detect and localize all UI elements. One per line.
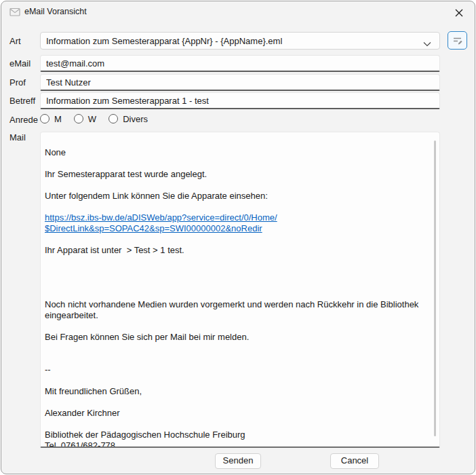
mail-body-line: Ihr Apparat ist unter > Test > 1 test.	[45, 245, 430, 256]
betreff-input[interactable]	[40, 92, 440, 109]
envelope-icon	[9, 7, 20, 17]
mail-body-link[interactable]: https://bsz.ibs-bw.de/aDISWeb/app?servic…	[45, 212, 430, 223]
titlebar: eMail Voransicht	[1, 1, 475, 23]
radio-icon	[74, 114, 83, 124]
mail-body-line	[45, 343, 430, 354]
art-combobox[interactable]: Information zum Semesterapparat {AppNr} …	[40, 32, 440, 50]
prof-label: Prof	[9, 77, 26, 88]
edit-template-button[interactable]	[448, 31, 467, 50]
mail-body-link[interactable]: $DirectLink&sp=SOPAC42&sp=SWI00000002&no…	[45, 223, 430, 234]
art-combobox-value: Information zum Semesterapparat {AppNr} …	[46, 36, 282, 46]
edit-note-icon	[452, 35, 463, 46]
mail-body-line: Mit freundlichen Grüßen,	[45, 386, 430, 397]
mail-body-line: Alexander Kirchner	[45, 408, 430, 419]
mail-body-line: Bibliothek der Pädagogischen Hochschule …	[45, 430, 430, 440]
prof-input[interactable]	[40, 74, 440, 91]
mail-body-line	[45, 234, 430, 245]
mail-body-line: Unter folgendem Link können Sie die Appa…	[45, 191, 430, 202]
radio-label: W	[88, 114, 96, 124]
mail-body-line	[45, 278, 430, 288]
mail-body-line: Tel. 0761/682-778	[45, 440, 430, 448]
radio-icon	[40, 114, 49, 124]
mail-body[interactable]: None Ihr Semesterapparat test wurde ange…	[40, 132, 440, 448]
anrede-label: Anrede	[9, 115, 38, 125]
mail-scrollbar[interactable]	[434, 140, 436, 436]
mail-body-line	[45, 419, 430, 430]
cancel-button[interactable]: Cancel	[330, 453, 379, 469]
mail-label: Mail	[9, 132, 26, 142]
mail-body-line	[45, 397, 430, 408]
mail-body-line	[45, 267, 430, 278]
mail-body-line: eingearbeitet.	[45, 310, 430, 321]
mail-body-line	[45, 375, 430, 386]
mail-body-line: None	[45, 147, 430, 158]
close-button[interactable]	[450, 5, 468, 20]
anrede-option-divers[interactable]: Divers	[108, 114, 148, 124]
radio-icon	[108, 114, 118, 124]
radio-label: Divers	[123, 114, 148, 124]
mail-body-content: None Ihr Semesterapparat test wurde ange…	[45, 147, 430, 448]
mail-body-line	[45, 180, 430, 191]
mail-body-line	[45, 321, 430, 332]
anrede-option-w[interactable]: W	[74, 114, 96, 124]
window-title: eMail Voransicht	[24, 7, 87, 16]
mail-body-line	[45, 158, 430, 169]
radio-label: M	[54, 114, 62, 124]
email-label: eMail	[9, 58, 31, 69]
mail-body-line: Bei Fragen können Sie sich per Mail bei …	[45, 332, 430, 343]
mail-body-line	[45, 256, 430, 267]
mail-body-line	[45, 288, 430, 299]
mail-body-line: --	[45, 364, 430, 375]
close-icon	[454, 8, 464, 18]
art-label: Art	[9, 36, 21, 46]
email-preview-dialog: eMail Voransicht Art Information zum Sem…	[1, 1, 475, 474]
email-input[interactable]	[40, 55, 440, 72]
mail-body-line	[45, 202, 430, 212]
anrede-option-m[interactable]: M	[40, 114, 62, 124]
mail-body-line	[45, 354, 430, 364]
mail-body-line: Ihr Semesterapparat test wurde angelegt.	[45, 169, 430, 180]
anrede-radio-group: MWDivers	[40, 112, 160, 126]
send-button[interactable]: Senden	[215, 453, 261, 469]
betreff-label: Betreff	[9, 96, 35, 106]
chevron-down-icon	[423, 39, 431, 49]
mail-body-line: Noch nicht vorhandene Medien wurden vorg…	[45, 299, 430, 310]
